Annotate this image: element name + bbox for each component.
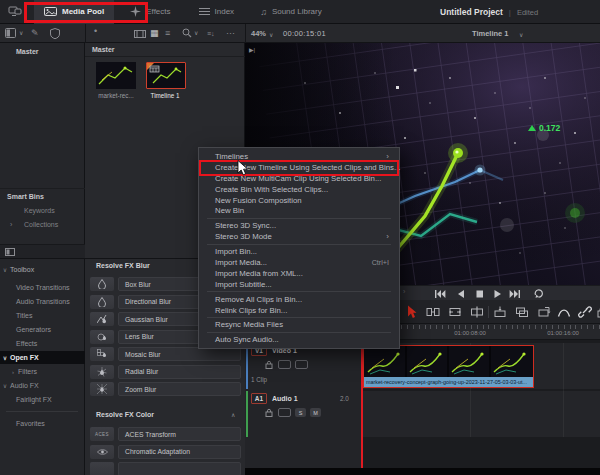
nav-fairlight-fx[interactable]: Fairlight FX <box>0 393 85 406</box>
loop-icon[interactable] <box>532 288 544 299</box>
more-options-icon[interactable]: ··· <box>226 27 235 40</box>
fx-thumbnail[interactable] <box>90 462 114 475</box>
clip-name[interactable]: Timeline 1 <box>137 92 193 99</box>
fx-item-partial[interactable] <box>118 462 241 475</box>
fx-item-aces-transform[interactable]: ACES Transform <box>118 427 241 441</box>
filmstrip-view-icon[interactable] <box>134 29 146 42</box>
fx-thumbnail[interactable] <box>90 295 114 309</box>
nav-favorites[interactable]: Favorites <box>0 417 85 430</box>
nav-open-fx[interactable]: ∨ Open FX <box>0 351 85 364</box>
fx-item-zoom-blur[interactable]: Zoom Blur <box>118 382 241 396</box>
tab-index[interactable]: Index <box>189 0 245 24</box>
timeline-selector[interactable]: Timeline 1 <box>472 29 509 38</box>
smart-bin-keywords[interactable]: Keywords <box>24 207 55 214</box>
menu-item-stereo-3d-sync[interactable]: Stereo 3D Sync... <box>199 220 399 231</box>
clip-name[interactable]: market-rec... <box>88 92 144 99</box>
skip-back-icon[interactable] <box>434 288 446 299</box>
menu-item-new-fusion-composition[interactable]: New Fusion Composition <box>199 195 399 206</box>
overwrite-clip-icon[interactable] <box>514 305 530 319</box>
transport-chevron-icon[interactable]: › <box>403 288 405 295</box>
menu-item-import-media-from-xml[interactable]: Import Media from XML... <box>199 268 399 279</box>
fx-thumbnail[interactable] <box>90 330 114 344</box>
menu-item-stereo-3d-mode[interactable]: Stereo 3D Mode › <box>199 231 399 242</box>
position-lock-icon[interactable] <box>594 305 600 319</box>
lock-icon[interactable] <box>265 408 273 417</box>
panel-toggle-icon[interactable] <box>5 28 16 42</box>
track-monitor-toggle[interactable] <box>295 360 308 369</box>
menu-item-new-bin[interactable]: New Bin <box>199 205 399 216</box>
search-chevron-icon[interactable]: ∨ <box>194 27 198 40</box>
selection-tool-icon[interactable] <box>403 305 419 319</box>
collections-chevron-icon[interactable]: › <box>10 221 12 228</box>
smart-bins-header[interactable]: Smart Bins <box>7 193 44 200</box>
fx-thumbnail[interactable] <box>90 382 114 396</box>
panel-chevron-icon[interactable]: ∨ <box>19 27 23 40</box>
audio-track-id[interactable]: A1 <box>251 393 267 404</box>
tab-sound-library[interactable]: ♫ Sound Library <box>250 0 332 24</box>
fx-thumbnail[interactable] <box>90 445 114 459</box>
menu-item-relink-clips[interactable]: Relink Clips for Bin... <box>199 305 399 316</box>
clip-thumbnail-timeline-1[interactable] <box>146 62 186 89</box>
nav-audio-fx[interactable]: ∨ Audio FX <box>0 379 85 392</box>
menu-label: Import Bin... <box>215 247 257 256</box>
skip-forward-icon[interactable] <box>509 288 521 299</box>
playhead[interactable] <box>361 341 363 468</box>
menu-item-import-media[interactable]: Import Media... Ctrl+I <box>199 257 399 268</box>
fx-thumbnail[interactable] <box>90 312 114 326</box>
menu-item-auto-sync-audio[interactable]: Auto Sync Audio... <box>199 334 399 345</box>
menu-label: Stereo 3D Mode <box>215 232 272 241</box>
trim-edit-mode-icon[interactable] <box>425 305 441 319</box>
timeline-selector-chevron-icon[interactable]: ∨ <box>519 29 523 42</box>
search-icon[interactable] <box>182 28 192 42</box>
menu-item-import-bin[interactable]: Import Bin... <box>199 246 399 257</box>
fx-thumbnail[interactable] <box>90 347 114 361</box>
auto-select-toggle[interactable] <box>278 360 291 369</box>
play-icon[interactable] <box>491 288 503 299</box>
fx-thumbnail[interactable] <box>90 277 114 291</box>
nav-video-transitions[interactable]: Video Transitions <box>0 281 85 294</box>
menu-item-create-bin-with-selected[interactable]: Create Bin With Selected Clips... <box>199 184 399 195</box>
dynamic-trim-icon[interactable] <box>447 305 463 319</box>
bin-panel-footer <box>0 244 85 258</box>
bin-master[interactable]: Master <box>16 48 39 55</box>
zoom-chevron-icon[interactable]: ∨ <box>269 29 273 42</box>
menu-item-remove-all-clips[interactable]: Remove All Clips in Bin... <box>199 294 399 305</box>
replace-clip-icon[interactable] <box>536 305 552 319</box>
list-view-icon[interactable]: ≡ <box>165 27 170 40</box>
lock-icon[interactable] <box>265 360 273 369</box>
menu-item-resync-media-files[interactable]: Resync Media Files <box>199 319 399 330</box>
nav-effects[interactable]: Effects <box>0 337 85 350</box>
blade-edit-icon[interactable] <box>469 305 485 319</box>
fx-item-radial-blur[interactable]: Radial Blur <box>118 365 241 379</box>
grid-view-icon[interactable]: ▦ <box>150 27 159 40</box>
fx-item-chromatic-adaptation[interactable]: Chromatic Adaptation <box>118 445 241 459</box>
menu-item-import-subtitle[interactable]: Import Subtitle... <box>199 279 399 290</box>
menu-shortcut: Ctrl+I <box>372 258 389 267</box>
collapse-icon[interactable]: ∧ <box>231 411 235 418</box>
nav-toolbox[interactable]: ∨ Toolbox <box>0 263 85 276</box>
step-back-icon[interactable] <box>454 288 466 299</box>
stop-icon[interactable] <box>473 288 485 299</box>
smart-bin-collections[interactable]: Collections <box>24 221 58 228</box>
sort-icon[interactable]: ≡↓ <box>207 27 215 40</box>
fx-thumbnail[interactable] <box>90 365 114 379</box>
nav-generators[interactable]: Generators <box>0 323 85 336</box>
nav-titles[interactable]: Titles <box>0 309 85 322</box>
insert-clip-icon[interactable] <box>492 305 508 319</box>
linked-selection-icon[interactable] <box>577 305 593 319</box>
thumb-size-slider[interactable]: • <box>94 25 97 38</box>
badge-icon[interactable] <box>50 28 60 43</box>
viewer-zoom-level[interactable]: 44% <box>251 29 266 38</box>
fx-thumbnail[interactable]: ACES <box>90 427 114 441</box>
timeline-clip-market-recovery[interactable]: market-recovery-concept-graph-going-up-2… <box>363 345 534 388</box>
mute-button[interactable]: M <box>310 408 321 417</box>
clip-thumbnail-market-recovery[interactable] <box>96 62 136 89</box>
nav-filters[interactable]: › Filters <box>0 365 85 378</box>
retime-curve-icon[interactable] <box>556 305 572 319</box>
audio-lane[interactable] <box>362 391 600 437</box>
auto-select-toggle[interactable] <box>278 408 291 417</box>
nav-audio-transitions[interactable]: Audio Transitions <box>0 295 85 308</box>
edit-pen-icon[interactable]: ✎ <box>31 27 39 40</box>
bin-view-icon[interactable] <box>5 248 15 256</box>
solo-button[interactable]: S <box>295 408 306 417</box>
